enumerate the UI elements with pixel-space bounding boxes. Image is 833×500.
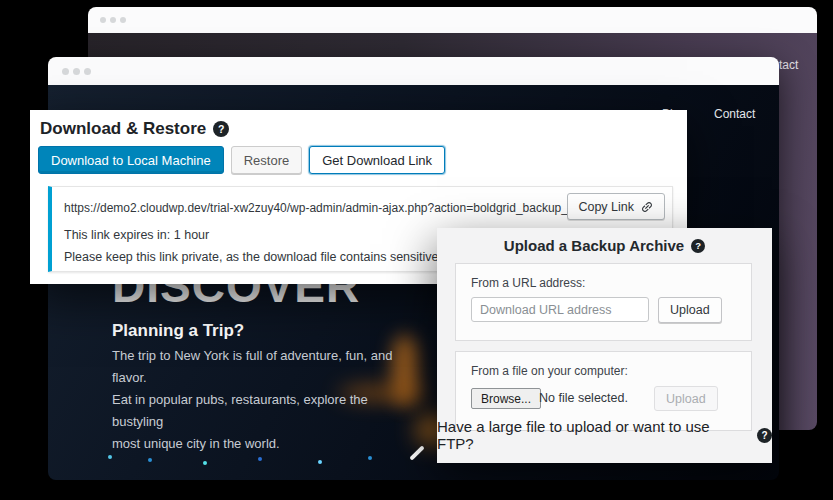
hero-paragraph: The trip to New York is full of adventur… <box>112 345 422 455</box>
panel-title-row: Download & Restore ? <box>40 119 229 139</box>
download-url-input[interactable] <box>471 297 649 322</box>
upload-file-button-disabled: Upload <box>654 386 718 411</box>
copy-link-button[interactable]: Copy Link <box>567 193 665 220</box>
url-section-label: From a URL address: <box>471 276 585 290</box>
action-buttons: Download to Local Machine Restore Get Do… <box>38 146 445 174</box>
link-expiry-text: This link expires in: 1 hour <box>64 228 209 242</box>
window-dot-icon <box>84 68 91 75</box>
nav-item-contact[interactable]: Contact <box>714 107 755 121</box>
upload-url-button[interactable]: Upload <box>658 297 722 323</box>
upload-url-card: From a URL address: Upload <box>455 263 752 341</box>
no-file-text: No file selected. <box>539 391 628 405</box>
ftp-help-row: Have a large file to upload or want to u… <box>437 418 772 452</box>
download-local-button[interactable]: Download to Local Machine <box>38 146 224 174</box>
hero-paragraph-line: The trip to New York is full of adventur… <box>112 345 422 389</box>
restore-button[interactable]: Restore <box>231 146 303 174</box>
window-dot-icon <box>120 17 126 23</box>
link-privacy-text: Please keep this link private, as the do… <box>64 250 470 264</box>
hero-paragraph-line: Eat in popular pubs, restaurants, explor… <box>112 389 422 433</box>
browse-button[interactable]: Browse... <box>471 388 541 409</box>
window-dot-icon <box>62 68 69 75</box>
window-dot-icon <box>73 68 80 75</box>
browser-titlebar <box>48 57 779 85</box>
help-icon[interactable]: ? <box>213 121 229 137</box>
browser-titlebar <box>88 7 817 33</box>
get-download-link-button[interactable]: Get Download Link <box>309 146 445 174</box>
upload-archive-panel: Upload a Backup Archive ? From a URL add… <box>437 228 772 463</box>
file-section-label: From a file on your computer: <box>471 364 628 378</box>
upload-panel-title: Upload a Backup Archive <box>504 237 684 254</box>
upload-title-row: Upload a Backup Archive ? <box>437 237 772 254</box>
stage: Contact Blog Contact DISCOVER Planning a… <box>0 0 833 500</box>
window-dot-icon <box>100 17 106 23</box>
ftp-question-text[interactable]: Have a large file to upload or want to u… <box>437 418 750 452</box>
page-title: Download & Restore <box>40 119 206 139</box>
download-url-text: https://demo2.cloudwp.dev/trial-xw2zuy40… <box>64 196 574 220</box>
copy-link-label: Copy Link <box>578 200 634 214</box>
window-dot-icon <box>110 17 116 23</box>
city-light <box>108 455 112 459</box>
hero-paragraph-line: most unique city in the world. <box>112 433 422 455</box>
hero-subtitle: Planning a Trip? <box>112 321 244 341</box>
link-icon <box>640 200 654 214</box>
help-icon[interactable]: ? <box>757 428 772 443</box>
help-icon[interactable]: ? <box>691 239 705 253</box>
